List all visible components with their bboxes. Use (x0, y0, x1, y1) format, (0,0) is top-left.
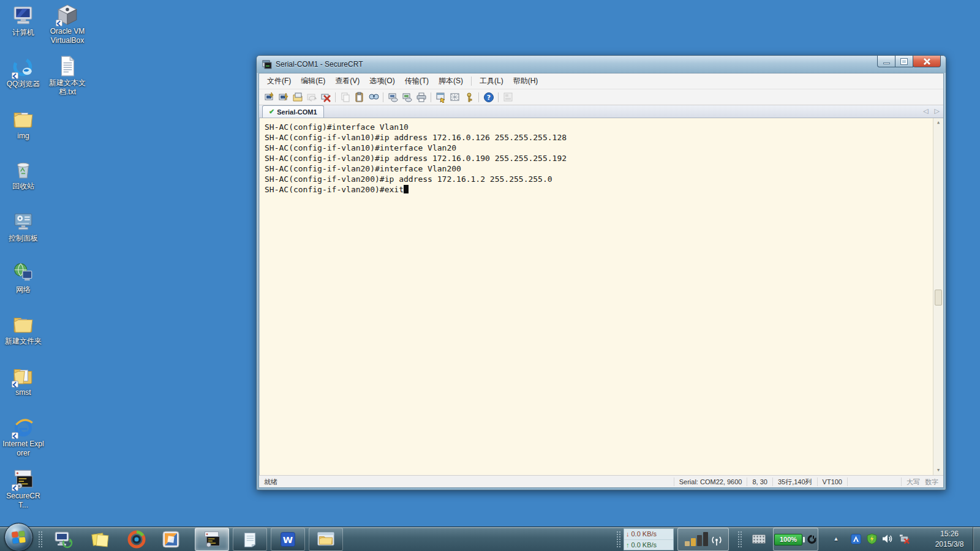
keyboard-icon[interactable] (752, 534, 766, 544)
desktop-icon-securecrt[interactable]: SecureCRT... (2, 468, 44, 510)
desktop-icon-virtualbox[interactable]: Oracle VM VirtualBox (47, 4, 88, 45)
reconnect-icon[interactable] (304, 91, 318, 103)
menu-options[interactable]: 选项(O) (364, 74, 399, 88)
tab-serial-com1[interactable]: ✔ Serial-COM1 (262, 105, 324, 118)
network-speed-widget[interactable]: ↓ 0.0 KB/s ↑ 0.0 KB/s (624, 528, 674, 550)
desktop-icon-label: 回收站 (2, 182, 44, 191)
download-session-icon[interactable] (400, 91, 414, 103)
control-panel-icon (12, 211, 34, 233)
signal-strength-button[interactable] (677, 528, 729, 551)
help-icon[interactable]: ? (481, 91, 496, 103)
scrollbar-thumb[interactable] (935, 290, 942, 305)
close-button[interactable] (913, 56, 941, 67)
virtualbox-icon (56, 4, 78, 26)
desktop-icon-control-panel[interactable]: 控制面板 (2, 211, 44, 243)
desktop-icon-label: Oracle VM VirtualBox (47, 27, 88, 45)
menu-file[interactable]: 文件(F) (262, 74, 296, 88)
shortcut-arrow-icon (12, 432, 18, 439)
connect-in-tab-icon[interactable] (290, 91, 304, 103)
taskbar-clock[interactable]: 15:26 2015/3/8 (926, 529, 973, 550)
tray-shield[interactable] (866, 533, 877, 544)
battery-button[interactable]: 100% (773, 528, 818, 551)
desktop-icon-recycle-bin[interactable]: 回收站 (2, 159, 44, 191)
svg-text:W: W (283, 534, 293, 545)
disconnect-icon[interactable] (318, 91, 333, 103)
desktop-icon-label: img (2, 132, 44, 141)
tray-network-status[interactable] (899, 533, 910, 544)
session-manager-icon[interactable] (501, 91, 515, 103)
desktop-icon-label: 控制面板 (2, 234, 44, 243)
key-agent-icon[interactable] (462, 91, 476, 103)
terminal-line: SH-AC(config-if-vlan20)#interface Vlan20… (265, 163, 930, 174)
securecrt-taskbar-button[interactable] (195, 528, 229, 551)
notepad-icon (241, 531, 258, 548)
tab-scroll-right-icon[interactable]: ▷ (935, 107, 940, 115)
desktop-icon-text-document[interactable]: 新建文本文档.txt (47, 55, 88, 97)
paste-icon[interactable] (352, 91, 366, 103)
wps-taskbar-button[interactable]: W (271, 528, 305, 551)
download-speed-row: ↓ 0.0 KB/s (624, 529, 673, 540)
find-icon[interactable] (366, 91, 380, 103)
terminal-line: SH-AC(config-if-vlan200)#ip address 172.… (265, 174, 930, 184)
media-app-launcher[interactable] (121, 528, 152, 550)
scroll-down-icon[interactable]: ▼ (933, 466, 943, 475)
desktop-icon-computer[interactable]: 计算机 (2, 5, 44, 37)
connect-icon[interactable] (276, 91, 290, 103)
scroll-up-icon[interactable]: ▲ (933, 118, 943, 127)
menu-edit[interactable]: 编辑(E) (296, 74, 330, 88)
upload-session-icon[interactable] (386, 91, 400, 103)
keymap-icon[interactable] (448, 91, 462, 103)
desktop-icon-qq-browser[interactable]: QQ浏览器 (2, 56, 44, 89)
menu-script[interactable]: 脚本(S) (434, 74, 468, 88)
network-icon (12, 262, 34, 284)
taskbar-grip (38, 531, 42, 548)
vmware-launcher[interactable] (156, 528, 186, 550)
quick-connect-icon[interactable] (262, 91, 276, 103)
desktop-icon-network[interactable]: 网络 (2, 262, 44, 294)
window-frame: 文件(F) 编辑(E) 查看(V) 选项(O) 传输(T) 脚本(S) 工具(L… (258, 73, 944, 488)
restore-button[interactable] (895, 56, 913, 67)
desktop-icon-new-folder[interactable]: 新建文件夹 (2, 313, 44, 346)
vertical-scrollbar[interactable]: ▲ ▼ (933, 118, 943, 475)
toolbar-separator (383, 92, 383, 102)
internet-explorer-icon (12, 416, 34, 438)
print-icon[interactable] (414, 91, 428, 103)
app-icon (262, 60, 272, 69)
explorer-taskbar-button[interactable] (309, 528, 343, 551)
sticky-notes-icon (90, 530, 110, 549)
notepad-taskbar-button[interactable] (233, 528, 267, 551)
session-options-icon[interactable] (434, 91, 448, 103)
menu-transfer[interactable]: 传输(T) (400, 74, 434, 88)
sticky-notes-launcher[interactable] (85, 528, 115, 550)
menu-view[interactable]: 查看(V) (330, 74, 364, 88)
tray-app-blue[interactable] (850, 533, 861, 544)
menu-tools[interactable]: 工具(L) (475, 74, 508, 88)
connected-check-icon: ✔ (269, 108, 274, 116)
battery-icon: 100% (774, 534, 802, 545)
terminal-screen[interactable]: SH-AC(config)#interface Vlan10 SH-AC(con… (259, 118, 943, 475)
show-desktop-button[interactable] (973, 527, 980, 551)
tab-scroll-left-icon[interactable]: ◁ (923, 107, 928, 115)
desktop-icon-label: SecureCRT... (2, 492, 44, 510)
recycle-bin-icon (12, 159, 34, 181)
desktop-icon-smst[interactable]: smst (2, 365, 44, 397)
titlebar[interactable]: Serial-COM1 - SecureCRT (257, 56, 946, 73)
status-caps-lock: 大写 (901, 478, 925, 486)
start-button[interactable] (4, 523, 33, 551)
text-cursor (404, 185, 409, 193)
shortcut-arrow-icon (12, 381, 18, 388)
taskbar-grip (737, 531, 742, 548)
desktop-icon-img[interactable]: img (2, 108, 44, 141)
taskbar-grip (616, 531, 620, 548)
remote-desktop-launcher[interactable] (48, 528, 78, 550)
tray-volume[interactable] (882, 533, 893, 544)
menu-help[interactable]: 帮助(H) (508, 74, 543, 88)
desktop: 计算机 Oracle VM VirtualBox QQ浏览器 新建文本文档.tx… (0, 0, 980, 551)
copy-icon[interactable] (338, 91, 352, 103)
desktop-icon-label: 计算机 (2, 28, 44, 37)
restore-icon (901, 59, 907, 64)
minimize-button[interactable] (877, 56, 895, 67)
taskbar: W ↓ 0.0 KB/s ↑ 0.0 KB/s 100% (0, 527, 980, 551)
desktop-icon-internet-explorer[interactable]: Internet Explorer (2, 416, 44, 458)
show-hidden-icons-button[interactable]: ▲ (831, 533, 842, 544)
